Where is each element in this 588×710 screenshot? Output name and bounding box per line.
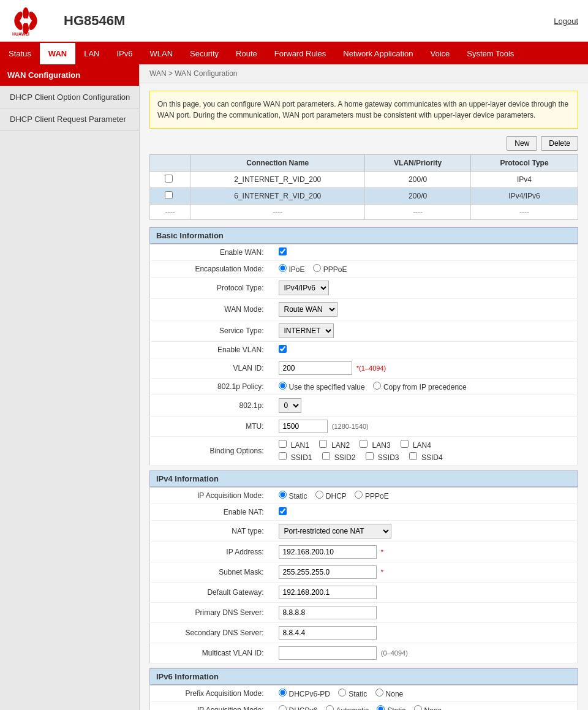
lan3-binding[interactable]: LAN3	[360, 440, 390, 450]
primary-dns-input[interactable]	[279, 606, 377, 619]
row1-checkbox[interactable]	[165, 175, 173, 183]
ipv4-acq-label: IP Acquisition Mode:	[150, 488, 273, 504]
ipv4-dhcp-label: DHCP	[326, 492, 347, 500]
ipv4-dhcp-radio[interactable]	[315, 491, 323, 499]
table-row-empty: ---- ---- ---- ----	[150, 205, 578, 220]
nav-wan[interactable]: WAN	[40, 43, 75, 64]
vlan-id-hint: *(1–4094)	[356, 364, 386, 372]
dot1p-policy-row: 802.1p Policy: Use the specified value C…	[150, 379, 578, 395]
binding-options: LAN1 LAN2 LAN3 LAN4 SSID1 SSID2 SSID3 SS…	[279, 440, 572, 462]
wan-mode-label: WAN Mode:	[150, 299, 273, 320]
enable-vlan-row: Enable VLAN:	[150, 342, 578, 358]
service-type-select[interactable]: INTERNET TR069 VOIP	[279, 323, 334, 338]
enable-vlan-checkbox[interactable]	[279, 345, 287, 353]
row1-protocol: IPv4	[471, 172, 578, 188]
nav-route[interactable]: Route	[227, 43, 266, 64]
nav-security[interactable]: Security	[181, 43, 227, 64]
prefix-dhcpv6pd-radio[interactable]	[279, 689, 287, 697]
subnet-mask-row: Subnet Mask: *	[150, 562, 578, 583]
policy-specified-radio[interactable]	[279, 382, 287, 390]
binding-row-ssid: SSID1 SSID2 SSID3 SSID4	[279, 452, 572, 462]
prefix-acq-row: Prefix Acquisition Mode: DHCPv6-PD Stati…	[150, 685, 578, 702]
mtu-label: MTU:	[150, 417, 273, 437]
table-row[interactable]: 6_INTERNET_R_VID_200 200/0 IPv4/IPv6	[150, 188, 578, 205]
basic-info-header: Basic Information	[149, 227, 578, 244]
nav-voice[interactable]: Voice	[421, 43, 458, 64]
nav-netapp[interactable]: Network Application	[334, 43, 421, 64]
nat-type-select[interactable]: Port-restricted cone NAT Full cone NAT A…	[279, 524, 391, 538]
ipv4-pppoe-label: PPPoE	[365, 492, 389, 500]
ipoE-label: IPoE	[289, 265, 305, 274]
lan2-checkbox[interactable]	[319, 440, 327, 448]
nav-forward[interactable]: Forward Rules	[266, 43, 335, 64]
delete-button[interactable]: Delete	[541, 136, 578, 151]
ssid2-binding[interactable]: SSID2	[322, 452, 356, 462]
dot1p-select[interactable]: 0123 4567	[279, 398, 301, 413]
ipv6-dhcpv6-radio[interactable]	[279, 705, 287, 710]
dot1p-label: 802.1p:	[150, 395, 273, 417]
new-button[interactable]: New	[507, 136, 537, 151]
prefix-acq-label: Prefix Acquisition Mode:	[150, 685, 273, 702]
ipv4-addr-input[interactable]	[279, 545, 377, 559]
wan-mode-select[interactable]: Route WAN Bridge WAN	[279, 302, 337, 317]
prefix-none-label: None	[386, 690, 404, 698]
lan4-checkbox[interactable]	[401, 440, 409, 448]
col-checkbox	[150, 155, 190, 172]
lan3-checkbox[interactable]	[360, 440, 368, 448]
row2-checkbox[interactable]	[165, 191, 173, 199]
prefix-static-radio[interactable]	[338, 689, 346, 697]
ipv4-multicast-label: Multicast VLAN ID:	[150, 643, 273, 663]
ipv4-static-radio[interactable]	[279, 491, 287, 499]
table-row[interactable]: 2_INTERNET_R_VID_200 200/0 IPv4	[150, 172, 578, 188]
protocol-type-select[interactable]: IPv4/IPv6 IPv4 IPv6	[279, 281, 329, 295]
binding-row-lan: LAN1 LAN2 LAN3 LAN4	[279, 440, 572, 450]
svg-text:HUAWEI: HUAWEI	[12, 32, 29, 36]
ipv4-multicast-input[interactable]	[279, 646, 377, 660]
nav-status[interactable]: Status	[0, 43, 40, 64]
mtu-input[interactable]	[279, 420, 328, 433]
sidebar-item-dhcp-request[interactable]: DHCP Client Request Parameter	[0, 108, 139, 130]
protocol-label: Protocol Type:	[150, 278, 273, 299]
logout-button[interactable]: Logout	[554, 17, 578, 26]
lan4-binding[interactable]: LAN4	[401, 440, 431, 450]
enable-wan-checkbox[interactable]	[279, 247, 287, 255]
prefix-none-radio[interactable]	[375, 689, 383, 697]
sidebar-item-dhcp-option[interactable]: DHCP Client Option Configuration	[0, 86, 139, 108]
nav-lan[interactable]: LAN	[75, 43, 108, 64]
ipv6-automatic-radio[interactable]	[326, 705, 334, 710]
nav-systools[interactable]: System Tools	[458, 43, 522, 64]
ssid1-checkbox[interactable]	[279, 452, 287, 460]
ssid4-checkbox[interactable]	[409, 452, 417, 460]
lan2-binding[interactable]: LAN2	[319, 440, 350, 450]
ipv6-automatic-label: Automatic	[336, 706, 369, 710]
secondary-dns-label: Secondary DNS Server:	[150, 623, 273, 643]
lan1-checkbox[interactable]	[279, 440, 287, 448]
ssid4-binding[interactable]: SSID4	[409, 452, 443, 462]
row2-name: 6_INTERNET_R_VID_200	[190, 188, 365, 205]
ipv4-pppoe-radio[interactable]	[355, 491, 363, 499]
enable-wan-label: Enable WAN:	[150, 244, 273, 261]
subnet-label: Subnet Mask:	[150, 562, 273, 583]
ssid3-checkbox[interactable]	[366, 452, 374, 460]
lan1-binding[interactable]: LAN1	[279, 440, 309, 450]
subnet-mask-input[interactable]	[279, 565, 377, 579]
nav-ipv6[interactable]: IPv6	[108, 43, 141, 64]
ssid3-binding[interactable]: SSID3	[366, 452, 399, 462]
sidebar-item-wan-config[interactable]: WAN Configuration	[0, 64, 139, 86]
gateway-input[interactable]	[279, 586, 377, 599]
nav-wlan[interactable]: WLAN	[141, 43, 182, 64]
vlan-id-input[interactable]	[279, 361, 352, 375]
ssid1-binding[interactable]: SSID1	[279, 452, 312, 462]
encap-ipoE-radio[interactable]	[279, 264, 287, 272]
basic-info-table: Enable WAN: Encapsulation Mode: IPoE PPP…	[149, 244, 578, 466]
encap-pppoe-radio[interactable]	[313, 264, 321, 272]
ipv6-static-radio[interactable]	[377, 705, 385, 710]
ipv6-static-label: Static	[387, 706, 405, 710]
secondary-dns-input[interactable]	[279, 626, 377, 640]
ssid2-checkbox[interactable]	[322, 452, 330, 460]
policy-copy-radio[interactable]	[373, 382, 381, 390]
ipv6-none-radio[interactable]	[414, 705, 422, 710]
enable-nat-checkbox[interactable]	[279, 507, 287, 515]
col-name: Connection Name	[190, 155, 365, 172]
default-gateway-row: Default Gateway:	[150, 583, 578, 603]
